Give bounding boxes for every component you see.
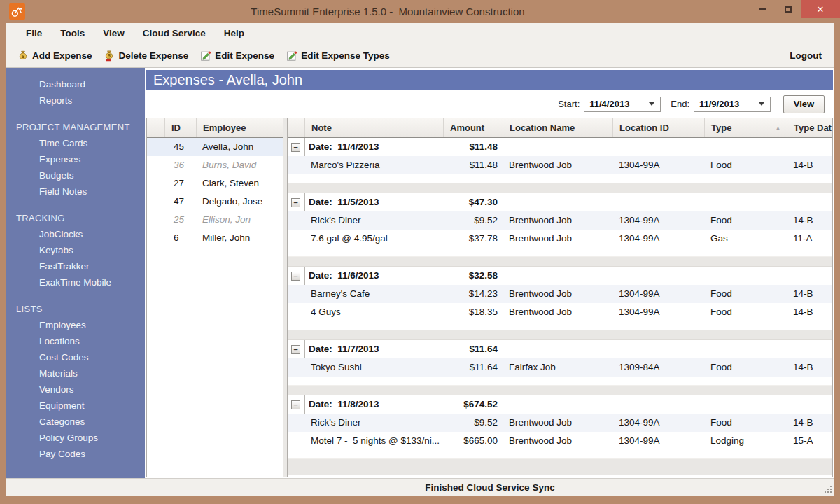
view-button[interactable]: View [783,95,825,113]
employee-row[interactable]: 25Ellison, Jon [147,211,283,229]
cell-type: Food [705,414,788,432]
delete-expense-button[interactable]: $Delete Expense [98,47,195,65]
employee-row[interactable]: 6Miller, John [147,229,283,247]
sidebar-item-fasttrakker[interactable]: FastTrakker [6,258,145,274]
expense-column-location-name[interactable]: Location Name [503,118,613,137]
group-date-label: Date: 11/4/2013 [305,138,444,156]
employee-row[interactable]: 27Clark, Steven [147,174,283,192]
cell-amount: $11.64 [444,358,503,377]
expense-row[interactable]: Barney's Cafe$14.23Brentwood Job1304-99A… [288,285,832,303]
sidebar-item-expenses[interactable]: Expenses [6,151,145,167]
cell-type: Food [705,156,788,174]
expense-row[interactable]: Rick's Diner$9.52Brentwood Job1304-99AFo… [288,414,832,432]
title-bar: TimeSummit Enterprise 1.5.0 - Mountainvi… [0,0,840,23]
row-indicator [288,285,305,303]
expense-row[interactable]: 7.6 gal @ 4.95/gal$37.78Brentwood Job130… [288,230,832,248]
menu-item-view[interactable]: View [94,23,134,44]
minimize-button[interactable] [750,0,776,18]
app-body: DashboardReportsPROJECT MANAGEMENTTime C… [6,68,834,478]
expense-column-type-data[interactable]: Type Data [788,118,832,137]
maximize-button[interactable] [776,0,801,18]
row-indicator [147,229,165,247]
app-logo-icon [9,4,25,20]
sidebar-item-exaktime-mobile[interactable]: ExakTime Mobile [6,274,145,290]
sidebar-item-policy-groups[interactable]: Policy Groups [6,430,145,446]
cell-location-name: Fairfax Job [503,358,613,377]
expense-row[interactable]: Marco's Pizzeria$11.48Brentwood Job1304-… [288,156,832,174]
cell-type-data: 14-B [788,156,832,174]
sidebar-item-locations[interactable]: Locations [6,333,145,349]
collapse-group-button[interactable]: – [291,198,300,207]
group-spacer [288,248,832,256]
employee-row[interactable]: 36Burns, David [147,156,283,174]
sidebar-section-project-management: PROJECT MANAGEMENT [6,119,145,135]
collapse-group-button[interactable]: – [291,143,300,152]
collapse-group-button[interactable]: – [291,272,300,281]
expense-column-amount[interactable]: Amount [444,118,503,137]
sidebar-item-equipment[interactable]: Equipment [6,398,145,414]
sidebar-item-reports[interactable]: Reports [6,92,145,108]
sidebar-item-time-cards[interactable]: Time Cards [6,135,145,151]
close-button[interactable]: ✕ [801,0,840,18]
edit-expense-button[interactable]: Edit Expense [194,47,280,65]
sidebar-item-jobclocks[interactable]: JobClocks [6,226,145,242]
resize-grip-icon[interactable] [824,485,832,493]
sidebar-item-dashboard[interactable]: Dashboard [6,76,145,92]
group-indicator: – [288,340,305,358]
expense-column-location-id[interactable]: Location ID [613,118,705,137]
menu-item-file[interactable]: File [17,23,51,44]
employee-row[interactable]: 47Delgado, Jose [147,192,283,211]
menu-item-cloud-service[interactable]: Cloud Service [134,23,215,44]
sidebar-section-tracking: TRACKING [6,210,145,226]
cell-type-data: 14-B [788,358,832,377]
close-icon: ✕ [817,4,825,15]
row-indicator [288,230,305,248]
sidebar-item-field-notes[interactable]: Field Notes [6,183,145,200]
menu-item-help[interactable]: Help [215,23,253,44]
expense-column-note[interactable]: Note [305,118,444,137]
edit-expense-types-button[interactable]: Edit Expense Types [280,47,396,65]
employee-row[interactable]: 45Avella, John [147,138,283,156]
sidebar-item-cost-codes[interactable]: Cost Codes [6,349,145,365]
group-date-label: Date: 11/6/2013 [305,267,444,285]
group-spacer [288,377,832,385]
sidebar-item-employees[interactable]: Employees [6,317,145,333]
cell-location-id: 1304-99A [613,432,705,450]
logout-button[interactable]: Logout [790,50,826,61]
start-date-picker[interactable]: 11/4/2013 [584,97,661,112]
row-indicator [147,192,165,211]
sidebar-item-materials[interactable]: Materials [6,365,145,382]
cell-type: Food [705,358,788,377]
collapse-group-button[interactable]: – [291,345,300,354]
cell-note: Motel 7 - 5 nights @ $133/ni... [305,432,444,450]
employee-column-id[interactable]: ID [165,118,197,137]
expense-row[interactable]: Motel 7 - 5 nights @ $133/ni...$665.00Br… [288,432,832,450]
toolbar-button-label: Delete Expense [119,50,189,61]
sidebar-item-categories[interactable]: Categories [6,414,145,430]
toolbar-button-label: Edit Expense [215,50,274,61]
employee-column-employee[interactable]: Employee [197,118,283,137]
sidebar-item-keytabs[interactable]: Keytabs [6,242,145,258]
status-bar: Finished Cloud Service Sync [6,478,834,496]
cell-amount: $11.48 [444,156,503,174]
add-expense-button[interactable]: $Add Expense [11,47,98,65]
cell-type-data: 14-B [788,414,832,432]
sidebar-item-budgets[interactable]: Budgets [6,167,145,183]
expense-column-type[interactable]: Type▲ [705,118,788,137]
row-indicator [288,211,305,230]
menu-item-tools[interactable]: Tools [51,23,94,44]
employee-grid-body: 45Avella, John36Burns, David27Clark, Ste… [147,138,283,247]
toolbar-buttons: $Add Expense$Delete ExpenseEdit ExpenseE… [11,47,396,65]
sidebar-item-pay-codes[interactable]: Pay Codes [6,446,145,462]
group-date-label: Date: 11/5/2013 [305,193,444,211]
expense-row[interactable]: Rick's Diner$9.52Brentwood Job1304-99AFo… [288,211,832,230]
collapse-group-button[interactable]: – [291,400,300,410]
cell-note: Rick's Diner [305,414,444,432]
cell-location-id: 1304-99A [613,156,705,174]
expense-group-row: –Date: 11/8/2013$674.52 [288,396,832,414]
expense-row[interactable]: Tokyo Sushi$11.64Fairfax Job1309-84AFood… [288,358,832,377]
toolbar-button-label: Add Expense [32,50,92,61]
sidebar-item-vendors[interactable]: Vendors [6,382,145,398]
expense-row[interactable]: 4 Guys$18.35Brentwood Job1304-99AFood14-… [288,303,832,321]
end-date-picker[interactable]: 11/9/2013 [694,97,771,112]
